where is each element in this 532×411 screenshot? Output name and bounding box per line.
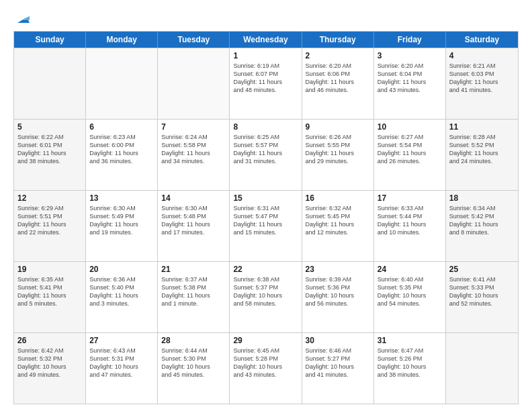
- weekday-header-monday: Monday: [86, 32, 158, 48]
- day-cell-14: 14Sunrise: 6:30 AM Sunset: 5:48 PM Dayli…: [158, 191, 230, 261]
- weekday-header-thursday: Thursday: [302, 32, 374, 48]
- day-cell-7: 7Sunrise: 6:24 AM Sunset: 5:58 PM Daylig…: [158, 120, 230, 190]
- day-info: Sunrise: 6:41 AM Sunset: 5:33 PM Dayligh…: [449, 275, 515, 308]
- day-cell-6: 6Sunrise: 6:23 AM Sunset: 6:00 PM Daylig…: [86, 120, 158, 190]
- empty-cell: [446, 333, 518, 404]
- day-info: Sunrise: 6:40 AM Sunset: 5:35 PM Dayligh…: [378, 275, 442, 308]
- day-number: 26: [17, 336, 82, 345]
- day-number: 13: [89, 193, 154, 203]
- day-number: 21: [161, 265, 226, 274]
- day-info: Sunrise: 6:20 AM Sunset: 6:06 PM Dayligh…: [306, 62, 370, 95]
- day-cell-21: 21Sunrise: 6:37 AM Sunset: 5:38 PM Dayli…: [158, 262, 230, 332]
- day-info: Sunrise: 6:42 AM Sunset: 5:32 PM Dayligh…: [17, 347, 82, 379]
- day-cell-11: 11Sunrise: 6:28 AM Sunset: 5:52 PM Dayli…: [446, 120, 518, 190]
- day-number: 28: [161, 336, 226, 345]
- day-number: 3: [378, 51, 442, 60]
- day-cell-12: 12Sunrise: 6:29 AM Sunset: 5:51 PM Dayli…: [14, 191, 86, 261]
- day-info: Sunrise: 6:22 AM Sunset: 6:01 PM Dayligh…: [17, 133, 82, 166]
- day-cell-13: 13Sunrise: 6:30 AM Sunset: 5:49 PM Dayli…: [86, 191, 158, 261]
- empty-cell: [14, 48, 86, 119]
- day-cell-19: 19Sunrise: 6:35 AM Sunset: 5:41 PM Dayli…: [14, 262, 86, 332]
- day-cell-30: 30Sunrise: 6:46 AM Sunset: 5:27 PM Dayli…: [302, 333, 374, 404]
- day-info: Sunrise: 6:43 AM Sunset: 5:31 PM Dayligh…: [89, 347, 154, 379]
- day-number: 15: [233, 193, 298, 203]
- logo-icon: [15, 11, 30, 26]
- day-number: 12: [17, 193, 82, 203]
- day-cell-18: 18Sunrise: 6:34 AM Sunset: 5:42 PM Dayli…: [446, 191, 518, 261]
- day-number: 4: [449, 51, 515, 60]
- week-row-2: 12Sunrise: 6:29 AM Sunset: 5:51 PM Dayli…: [14, 190, 518, 261]
- day-cell-2: 2Sunrise: 6:20 AM Sunset: 6:06 PM Daylig…: [302, 48, 374, 119]
- day-number: 24: [378, 265, 442, 274]
- svg-marker-1: [21, 16, 30, 20]
- day-info: Sunrise: 6:21 AM Sunset: 6:03 PM Dayligh…: [449, 62, 515, 95]
- day-info: Sunrise: 6:30 AM Sunset: 5:48 PM Dayligh…: [161, 204, 226, 237]
- day-cell-15: 15Sunrise: 6:31 AM Sunset: 5:47 PM Dayli…: [230, 191, 302, 261]
- day-number: 31: [378, 336, 442, 345]
- day-cell-20: 20Sunrise: 6:36 AM Sunset: 5:40 PM Dayli…: [86, 262, 158, 332]
- day-info: Sunrise: 6:33 AM Sunset: 5:44 PM Dayligh…: [378, 204, 442, 237]
- day-number: 30: [306, 336, 370, 345]
- day-cell-31: 31Sunrise: 6:47 AM Sunset: 5:26 PM Dayli…: [374, 333, 446, 404]
- day-number: 27: [89, 336, 154, 345]
- logo: [13, 11, 30, 24]
- day-cell-9: 9Sunrise: 6:26 AM Sunset: 5:55 PM Daylig…: [302, 120, 374, 190]
- day-number: 2: [306, 51, 370, 60]
- day-number: 10: [378, 122, 442, 132]
- day-cell-29: 29Sunrise: 6:45 AM Sunset: 5:28 PM Dayli…: [230, 333, 302, 404]
- day-number: 17: [378, 193, 442, 203]
- day-number: 8: [233, 122, 298, 132]
- day-info: Sunrise: 6:25 AM Sunset: 5:57 PM Dayligh…: [233, 133, 298, 166]
- day-info: Sunrise: 6:31 AM Sunset: 5:47 PM Dayligh…: [233, 204, 298, 237]
- day-number: 7: [161, 122, 226, 132]
- week-row-4: 26Sunrise: 6:42 AM Sunset: 5:32 PM Dayli…: [14, 332, 518, 404]
- day-info: Sunrise: 6:30 AM Sunset: 5:49 PM Dayligh…: [89, 204, 154, 237]
- day-cell-28: 28Sunrise: 6:44 AM Sunset: 5:30 PM Dayli…: [158, 333, 230, 404]
- day-number: 16: [306, 193, 370, 203]
- day-info: Sunrise: 6:44 AM Sunset: 5:30 PM Dayligh…: [161, 347, 226, 379]
- weekday-header-tuesday: Tuesday: [158, 32, 230, 48]
- day-info: Sunrise: 6:47 AM Sunset: 5:26 PM Dayligh…: [378, 347, 442, 379]
- day-number: 1: [233, 51, 298, 60]
- day-number: 11: [449, 122, 515, 132]
- day-cell-26: 26Sunrise: 6:42 AM Sunset: 5:32 PM Dayli…: [14, 333, 86, 404]
- day-number: 9: [306, 122, 370, 132]
- day-info: Sunrise: 6:46 AM Sunset: 5:27 PM Dayligh…: [306, 347, 370, 379]
- day-cell-3: 3Sunrise: 6:20 AM Sunset: 6:04 PM Daylig…: [374, 48, 446, 119]
- weekday-header-saturday: Saturday: [446, 32, 518, 48]
- day-info: Sunrise: 6:28 AM Sunset: 5:52 PM Dayligh…: [449, 133, 515, 166]
- day-cell-24: 24Sunrise: 6:40 AM Sunset: 5:35 PM Dayli…: [374, 262, 446, 332]
- day-info: Sunrise: 6:35 AM Sunset: 5:41 PM Dayligh…: [17, 275, 82, 308]
- week-row-0: 1Sunrise: 6:19 AM Sunset: 6:07 PM Daylig…: [14, 48, 518, 119]
- calendar-header: SundayMondayTuesdayWednesdayThursdayFrid…: [14, 32, 518, 48]
- day-info: Sunrise: 6:34 AM Sunset: 5:42 PM Dayligh…: [449, 204, 515, 237]
- day-number: 14: [161, 193, 226, 203]
- day-cell-8: 8Sunrise: 6:25 AM Sunset: 5:57 PM Daylig…: [230, 120, 302, 190]
- day-cell-5: 5Sunrise: 6:22 AM Sunset: 6:01 PM Daylig…: [14, 120, 86, 190]
- day-info: Sunrise: 6:27 AM Sunset: 5:54 PM Dayligh…: [378, 133, 442, 166]
- day-info: Sunrise: 6:37 AM Sunset: 5:38 PM Dayligh…: [161, 275, 226, 308]
- day-info: Sunrise: 6:20 AM Sunset: 6:04 PM Dayligh…: [378, 62, 442, 95]
- day-number: 22: [233, 265, 298, 274]
- day-number: 20: [89, 265, 154, 274]
- day-info: Sunrise: 6:24 AM Sunset: 5:58 PM Dayligh…: [161, 133, 226, 166]
- day-info: Sunrise: 6:45 AM Sunset: 5:28 PM Dayligh…: [233, 347, 298, 379]
- day-info: Sunrise: 6:29 AM Sunset: 5:51 PM Dayligh…: [17, 204, 82, 237]
- page: SundayMondayTuesdayWednesdayThursdayFrid…: [0, 0, 532, 411]
- day-number: 19: [17, 265, 82, 274]
- day-number: 5: [17, 122, 82, 132]
- header: [13, 11, 519, 24]
- calendar: SundayMondayTuesdayWednesdayThursdayFrid…: [13, 31, 519, 404]
- day-number: 18: [449, 193, 515, 203]
- day-number: 6: [89, 122, 154, 132]
- day-cell-1: 1Sunrise: 6:19 AM Sunset: 6:07 PM Daylig…: [230, 48, 302, 119]
- day-cell-4: 4Sunrise: 6:21 AM Sunset: 6:03 PM Daylig…: [446, 48, 518, 119]
- day-cell-23: 23Sunrise: 6:39 AM Sunset: 5:36 PM Dayli…: [302, 262, 374, 332]
- day-info: Sunrise: 6:36 AM Sunset: 5:40 PM Dayligh…: [89, 275, 154, 308]
- empty-cell: [158, 48, 230, 119]
- empty-cell: [86, 48, 158, 119]
- week-row-3: 19Sunrise: 6:35 AM Sunset: 5:41 PM Dayli…: [14, 261, 518, 332]
- week-row-1: 5Sunrise: 6:22 AM Sunset: 6:01 PM Daylig…: [14, 119, 518, 190]
- weekday-header-friday: Friday: [374, 32, 446, 48]
- day-info: Sunrise: 6:38 AM Sunset: 5:37 PM Dayligh…: [233, 275, 298, 308]
